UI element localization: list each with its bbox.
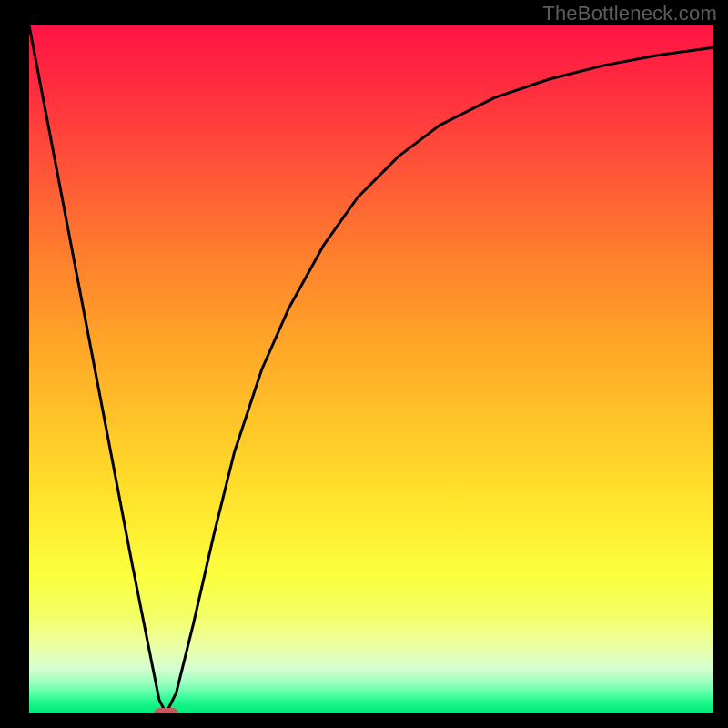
bottleneck-curve xyxy=(29,25,713,713)
minimum-marker xyxy=(154,708,178,713)
chart-frame: TheBottleneck.com xyxy=(0,0,728,728)
curve-path xyxy=(29,25,713,713)
watermark-text: TheBottleneck.com xyxy=(542,2,717,25)
plot-area xyxy=(29,25,713,713)
